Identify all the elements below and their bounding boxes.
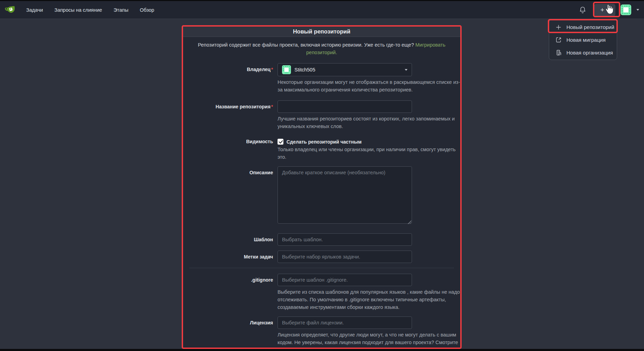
description-row: Описание xyxy=(189,166,455,225)
template-row: Шаблон xyxy=(189,233,455,246)
form-intro: Репозиторий содержит все файлы проекта, … xyxy=(196,37,447,56)
template-input[interactable] xyxy=(278,233,412,246)
description-label-text: Описание xyxy=(249,170,273,175)
owner-label-text: Владелец xyxy=(247,67,271,72)
license-row: Лицензия Лицензия определяет, что другие… xyxy=(189,316,455,349)
plus-icon xyxy=(555,24,562,30)
issue-labels-row: Метки задач xyxy=(189,251,455,263)
gitignore-label: .gitignore xyxy=(189,274,278,311)
migration-icon xyxy=(555,37,562,43)
gitignore-row: .gitignore Выберите из списка шаблонов д… xyxy=(189,274,455,311)
owner-label: Владелец* xyxy=(189,63,278,94)
nav-item-issues[interactable]: Задачи xyxy=(26,7,43,13)
owner-name: Stitch505 xyxy=(294,67,401,72)
visibility-row: Видимость Сделать репозиторий частным То… xyxy=(189,136,455,161)
owner-avatar xyxy=(282,65,291,74)
chevron-down-icon xyxy=(606,9,609,11)
required-mark: * xyxy=(271,104,273,109)
menu-item-label: Новая организация xyxy=(566,50,613,56)
repo-name-input[interactable] xyxy=(278,100,412,113)
template-label: Шаблон xyxy=(189,233,278,246)
license-label: Лицензия xyxy=(189,316,278,349)
description-label: Описание xyxy=(189,166,278,225)
license-input[interactable] xyxy=(278,316,412,329)
license-help-text: Лицензия определяет, что другие люди мог… xyxy=(278,332,458,345)
owner-help: Некоторые организации могут не отображат… xyxy=(278,78,461,94)
description-textarea[interactable] xyxy=(278,166,412,224)
owner-row: Владелец* xyxy=(189,63,455,94)
create-dropdown-menu: Новый репозиторий Новая миграция Н xyxy=(549,20,617,60)
issue-labels-input[interactable] xyxy=(278,251,412,263)
user-avatar[interactable] xyxy=(621,4,631,15)
menu-item-label: Новый репозиторий xyxy=(566,24,614,30)
new-repository-panel: Новый репозиторий Репозиторий содержит в… xyxy=(182,25,462,349)
nav-links: Задачи Запросы на слияние Этапы Обзор xyxy=(26,7,154,13)
form-title: Новый репозиторий xyxy=(183,27,460,37)
notifications-bell-icon[interactable] xyxy=(579,6,586,14)
nav-item-explore[interactable]: Обзор xyxy=(140,7,154,13)
repo-name-label: Название репозитория* xyxy=(189,100,278,130)
repo-name-row: Название репозитория* Лучшие названия ре… xyxy=(189,100,455,130)
owner-select[interactable]: Stitch505 xyxy=(278,63,412,76)
visibility-label-text: Видимость xyxy=(246,139,273,144)
section-divider xyxy=(189,268,454,268)
gitignore-input[interactable] xyxy=(278,274,412,286)
navbar: Задачи Запросы на слияние Этапы Обзор + xyxy=(0,1,644,19)
gitignore-label-text: .gitignore xyxy=(251,277,273,283)
nav-item-milestones[interactable]: Этапы xyxy=(113,7,128,13)
template-label-text: Шаблон xyxy=(254,237,273,242)
menu-item-new-migration[interactable]: Новая миграция xyxy=(549,33,617,46)
gitea-logo-icon[interactable] xyxy=(5,5,17,15)
visibility-help: Только владелец или члены организации, п… xyxy=(278,146,461,161)
visibility-label: Видимость xyxy=(189,136,278,161)
license-label-text: Лицензия xyxy=(250,320,273,325)
avatar-chevron-down-icon[interactable] xyxy=(636,9,639,11)
navbar-right: + xyxy=(579,4,639,16)
repo-name-label-text: Название репозитория xyxy=(215,104,270,109)
menu-item-label: Новая миграция xyxy=(566,37,606,43)
intro-text: Репозиторий содержит все файлы проекта, … xyxy=(198,42,414,48)
organization-icon xyxy=(555,50,562,56)
issue-labels-label: Метки задач xyxy=(189,251,278,263)
license-help: Лицензия определяет, что другие люди мог… xyxy=(278,331,461,349)
window-bottom-edge xyxy=(0,349,644,351)
required-mark: * xyxy=(271,67,273,72)
menu-item-new-organization[interactable]: Новая организация xyxy=(549,46,617,59)
repo-name-help: Лучшие названия репозиториев состоят из … xyxy=(278,115,461,130)
plus-icon: + xyxy=(600,6,604,14)
gitignore-help: Выберите из списка шаблонов для популярн… xyxy=(278,288,461,311)
nav-item-pull-requests[interactable]: Запросы на слияние xyxy=(54,7,102,13)
menu-item-new-repository[interactable]: Новый репозиторий xyxy=(549,21,617,33)
issue-labels-label-text: Метки задач xyxy=(244,254,273,260)
chevron-down-icon xyxy=(405,69,407,71)
private-checkbox-label[interactable]: Сделать репозиторий частным xyxy=(286,139,362,145)
private-checkbox[interactable] xyxy=(278,139,283,145)
create-new-button[interactable]: + xyxy=(594,4,615,16)
